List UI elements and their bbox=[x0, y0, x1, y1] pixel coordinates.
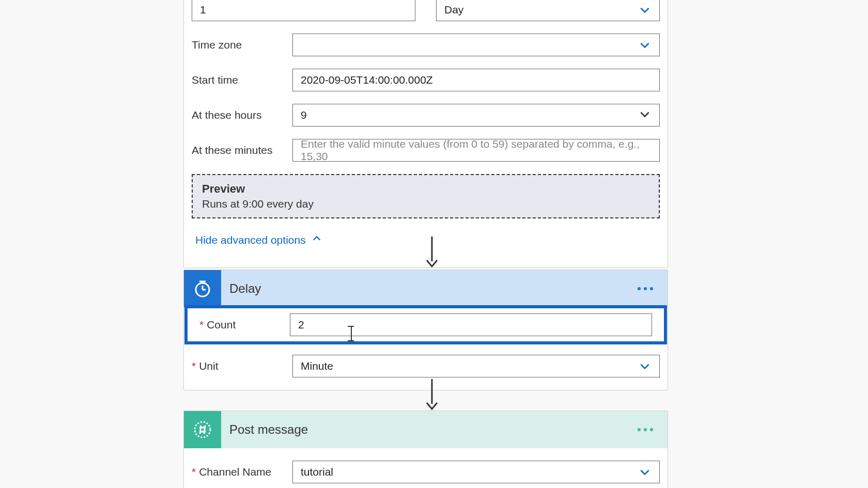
clock-icon bbox=[184, 270, 221, 307]
count-label: *Count bbox=[194, 319, 290, 331]
delay-card: Delay *Count 2 *Unit Minute bbox=[183, 270, 668, 390]
required-indicator: * bbox=[192, 360, 196, 372]
svg-line-10 bbox=[200, 426, 201, 434]
chevron-down-icon bbox=[638, 107, 652, 123]
count-row-highlight: *Count 2 bbox=[187, 307, 665, 342]
unit-value: Minute bbox=[301, 360, 638, 372]
timezone-label: Time zone bbox=[192, 39, 292, 51]
delay-card-header[interactable]: Delay bbox=[184, 270, 668, 307]
count-input[interactable]: 2 bbox=[290, 313, 652, 336]
delay-title: Delay bbox=[229, 281, 633, 296]
unit-label: *Unit bbox=[192, 360, 292, 372]
chevron-down-icon bbox=[638, 3, 652, 17]
count-value: 2 bbox=[298, 319, 644, 331]
svg-line-11 bbox=[204, 426, 205, 434]
channel-name-label: *Channel Name bbox=[192, 466, 292, 478]
hash-icon bbox=[184, 411, 221, 448]
starttime-input[interactable]: 2020-09-05T14:00:00.000Z bbox=[292, 69, 660, 91]
card-menu-button[interactable] bbox=[633, 283, 657, 294]
frequency-value: Day bbox=[444, 4, 638, 16]
hide-advanced-label: Hide advanced options bbox=[195, 234, 306, 246]
frequency-select[interactable]: Day bbox=[436, 0, 660, 21]
chevron-down-icon bbox=[638, 38, 652, 52]
chevron-down-icon bbox=[638, 465, 652, 479]
channel-name-select[interactable]: tutorial bbox=[292, 461, 660, 483]
preview-box: Preview Runs at 9:00 every day bbox=[192, 174, 660, 218]
svg-point-7 bbox=[195, 422, 210, 437]
unit-select[interactable]: Minute bbox=[292, 355, 660, 377]
hide-advanced-options-link[interactable]: Hide advanced options bbox=[195, 233, 322, 247]
post-message-card: Post message *Channel Name tutorial bbox=[183, 411, 668, 488]
chevron-down-icon bbox=[638, 359, 652, 373]
preview-text: Runs at 9:00 every day bbox=[202, 198, 649, 210]
text-cursor-icon bbox=[351, 326, 352, 341]
card-menu-button[interactable] bbox=[633, 424, 657, 435]
required-indicator: * bbox=[199, 319, 204, 330]
hours-label: At these hours bbox=[192, 109, 292, 121]
minutes-placeholder: Enter the valid minute values (from 0 to… bbox=[301, 138, 652, 163]
post-message-title: Post message bbox=[229, 422, 633, 437]
hours-value: 9 bbox=[301, 109, 638, 121]
timezone-select[interactable] bbox=[292, 34, 660, 56]
chevron-up-icon bbox=[311, 233, 322, 247]
minutes-label: At these minutes bbox=[192, 144, 292, 156]
recurrence-card: Interval 1 Frequency Day Time zone bbox=[183, 0, 668, 268]
minutes-input[interactable]: Enter the valid minute values (from 0 to… bbox=[292, 139, 660, 162]
starttime-value: 2020-09-05T14:00:00.000Z bbox=[301, 74, 652, 86]
hours-select[interactable]: 9 bbox=[292, 104, 660, 127]
starttime-label: Start time bbox=[192, 74, 292, 86]
channel-name-value: tutorial bbox=[301, 466, 638, 478]
preview-title: Preview bbox=[202, 182, 649, 196]
interval-input[interactable]: 1 bbox=[192, 0, 415, 21]
required-indicator: * bbox=[192, 466, 196, 478]
post-message-card-header[interactable]: Post message bbox=[184, 411, 668, 448]
interval-value: 1 bbox=[200, 4, 407, 16]
